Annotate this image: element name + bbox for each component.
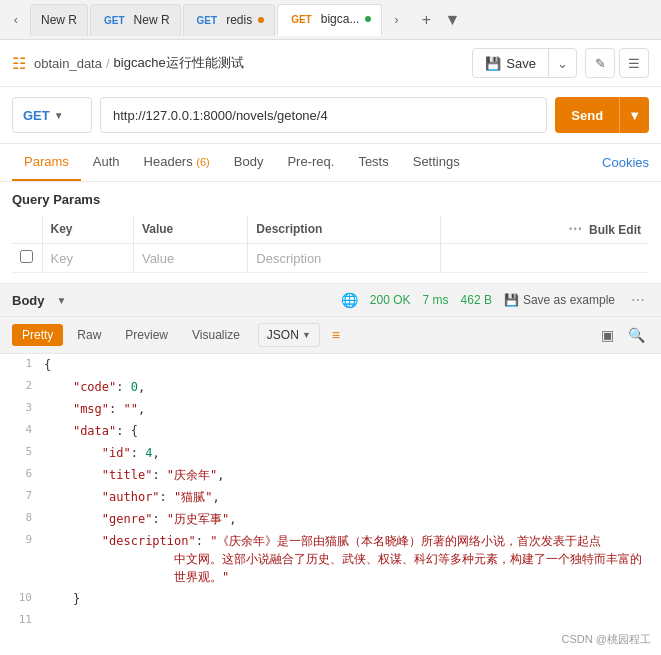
save-example-button[interactable]: 💾 Save as example xyxy=(504,293,615,307)
breadcrumb-sep: / xyxy=(106,56,110,71)
body-label: Body xyxy=(12,293,45,308)
watermark: CSDN @桃园程工 xyxy=(562,632,651,647)
json-line-5: 5 "id": 4, xyxy=(0,442,661,464)
tab-next-arrow[interactable]: › xyxy=(384,8,408,32)
cookies-link[interactable]: Cookies xyxy=(602,155,649,170)
line-num-6: 6 xyxy=(0,464,40,484)
search-icon-button[interactable]: 🔍 xyxy=(624,323,649,347)
save-main[interactable]: 💾 Save xyxy=(473,49,548,77)
params-table: Key Value Description ⋯ Bulk Edit Key Va… xyxy=(12,215,649,273)
nav-tab-settings[interactable]: Settings xyxy=(401,144,472,181)
tab-get-bigca-dot xyxy=(365,16,371,22)
request-icon: ☷ xyxy=(12,54,26,73)
method-select[interactable]: GET ▼ xyxy=(12,97,92,133)
tab-get-new-r[interactable]: GET New R xyxy=(90,4,181,36)
desc-col-header: Description xyxy=(248,215,441,244)
tab-get-new-r-label: New R xyxy=(134,13,170,27)
row-check[interactable] xyxy=(20,250,33,263)
nav-tab-tests-label: Tests xyxy=(358,154,388,169)
row-key[interactable]: Key xyxy=(42,244,133,273)
nav-tab-params-label: Params xyxy=(24,154,69,169)
send-main[interactable]: Send xyxy=(555,97,619,133)
json-line-10: 10 } xyxy=(0,588,661,610)
tab-new-r-label: New R xyxy=(41,13,77,27)
line-num-4: 4 xyxy=(0,420,40,440)
json-line-11: 11 xyxy=(0,610,661,630)
json-line-3: 3 "msg": "", xyxy=(0,398,661,420)
body-chevron[interactable]: ▼ xyxy=(57,295,67,306)
fmt-tab-preview-label: Preview xyxy=(125,328,168,342)
line-num-5: 5 xyxy=(0,442,40,462)
filter-icon: ≡ xyxy=(332,327,340,343)
nav-tab-params[interactable]: Params xyxy=(12,144,81,181)
tab-get-new-r-method: GET xyxy=(101,14,128,27)
line-num-10: 10 xyxy=(0,588,40,608)
icon-buttons: ✎ ☰ xyxy=(585,48,649,78)
tab-get-bigca-method: GET xyxy=(288,13,315,26)
save-example-label: Save as example xyxy=(523,293,615,307)
fmt-tab-visualize-label: Visualize xyxy=(192,328,240,342)
copy-icon-button[interactable]: ▣ xyxy=(597,323,618,347)
json-line-1: 1 { xyxy=(0,354,661,376)
edit-icon-button[interactable]: ✎ xyxy=(585,48,615,78)
breadcrumb-parent[interactable]: obtain_data xyxy=(34,56,102,71)
json-line-9: 9 "description": "《庆余年》是一部由猫腻（本名晓峰）所著的网络… xyxy=(0,530,661,588)
tab-list-button[interactable]: ▼ xyxy=(440,8,464,32)
row-value[interactable]: Value xyxy=(133,244,247,273)
fmt-tab-visualize[interactable]: Visualize xyxy=(182,324,250,346)
fmt-tab-raw-label: Raw xyxy=(77,328,101,342)
format-type-select[interactable]: JSON ▼ xyxy=(258,323,320,347)
tab-new-r[interactable]: New R xyxy=(30,4,88,36)
line-num-8: 8 xyxy=(0,508,40,528)
line-num-11: 11 xyxy=(0,610,40,630)
tab-prev-arrow[interactable]: ‹ xyxy=(4,8,28,32)
line-num-2: 2 xyxy=(0,376,40,396)
json-line-4: 4 "data": { xyxy=(0,420,661,442)
tab-get-bigca[interactable]: GET bigca... xyxy=(277,4,382,36)
row-checkbox[interactable] xyxy=(12,244,42,273)
send-dropdown[interactable]: ▼ xyxy=(619,97,649,133)
fmt-tab-raw[interactable]: Raw xyxy=(67,324,111,346)
status-badge: 200 OK xyxy=(370,293,411,307)
tab-get-redis[interactable]: GET redis xyxy=(183,4,276,36)
response-more-button[interactable]: ⋯ xyxy=(627,292,649,308)
format-type-arrow: ▼ xyxy=(302,330,311,340)
line-num-7: 7 xyxy=(0,486,40,506)
fmt-tab-preview[interactable]: Preview xyxy=(115,324,178,346)
url-input[interactable] xyxy=(100,97,547,133)
params-title: Query Params xyxy=(12,192,649,207)
line-content-11 xyxy=(40,610,661,614)
save-dropdown[interactable]: ⌄ xyxy=(548,49,576,77)
more-icon[interactable]: ⋯ xyxy=(568,221,582,237)
bulk-edit-label[interactable]: Bulk Edit xyxy=(589,223,641,237)
breadcrumb: obtain_data / bigcache运行性能测试 xyxy=(34,54,244,72)
nav-tab-headers[interactable]: Headers (6) xyxy=(132,144,222,181)
method-arrow: ▼ xyxy=(54,110,64,121)
nav-tabs: Params Auth Headers (6) Body Pre-req. Te… xyxy=(0,144,661,182)
top-section: ☷ obtain_data / bigcache运行性能测试 💾 Save ⌄ … xyxy=(0,40,661,284)
tab-bar: ‹ New R GET New R GET redis GET bigca...… xyxy=(0,0,661,40)
tab-get-redis-method: GET xyxy=(194,14,221,27)
value-col-header: Value xyxy=(133,215,247,244)
format-bar: Pretty Raw Preview Visualize JSON ▼ ≡ ▣ … xyxy=(0,317,661,354)
save-label: Save xyxy=(506,56,536,71)
fmt-tab-pretty[interactable]: Pretty xyxy=(12,324,63,346)
new-tab-button[interactable]: + xyxy=(414,8,438,32)
json-line-8: 8 "genre": "历史军事", xyxy=(0,508,661,530)
checkbox-col-header xyxy=(12,215,42,244)
json-content: 1 { 2 "code": 0, 3 "msg": "", 4 "data": … xyxy=(0,354,661,655)
save-button[interactable]: 💾 Save ⌄ xyxy=(472,48,577,78)
send-button[interactable]: Send ▼ xyxy=(555,97,649,133)
tab-get-redis-label: redis xyxy=(226,13,252,27)
nav-tab-tests[interactable]: Tests xyxy=(346,144,400,181)
tab-get-redis-dot xyxy=(258,17,264,23)
nav-tab-body[interactable]: Body xyxy=(222,144,276,181)
format-right-actions: ▣ 🔍 xyxy=(597,323,649,347)
comment-icon-button[interactable]: ☰ xyxy=(619,48,649,78)
nav-tab-auth[interactable]: Auth xyxy=(81,144,132,181)
nav-tab-prereq[interactable]: Pre-req. xyxy=(275,144,346,181)
json-line-6: 6 "title": "庆余年", xyxy=(0,464,661,486)
filter-icon-button[interactable]: ≡ xyxy=(332,327,340,343)
row-desc[interactable]: Description xyxy=(248,244,441,273)
tab-get-bigca-label: bigca... xyxy=(321,12,360,26)
